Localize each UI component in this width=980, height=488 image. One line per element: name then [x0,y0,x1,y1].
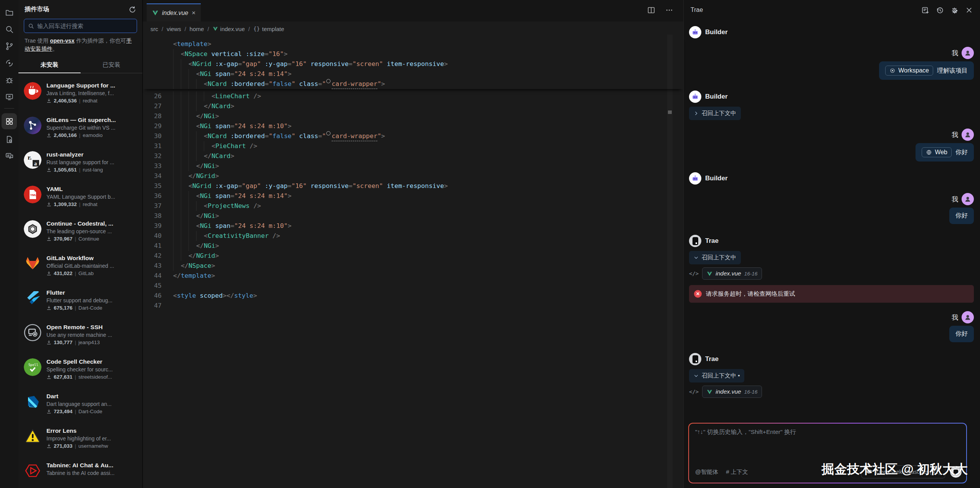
breadcrumb-item-indexvue[interactable]: index.vue [213,26,245,32]
extension-list-item[interactable]: SpellCode Spell CheckerSpelling checker … [18,354,142,388]
indent-guides [173,201,204,211]
user-message-text: 理解该项目 [937,67,968,75]
editor-scrollbar[interactable] [667,35,673,488]
breadcrumb-item-views[interactable]: views [167,26,181,32]
extension-list-item[interactable]: GitLab WorkflowOfficial GitLab-maintaine… [18,250,142,285]
agent-mention-button[interactable]: @智能体 [695,468,718,476]
code-line: 39<NGi span="24 s:24 m:10"> [143,221,683,231]
history-icon[interactable] [936,6,944,14]
scrollbar-thumb[interactable] [668,110,672,114]
code-line: <template> [143,39,683,49]
code-editor[interactable]: <template><NSpace vertical :size="16"><N… [143,36,683,311]
extensions-search-input[interactable] [37,23,133,29]
token: :x-gap [212,181,238,191]
download-count: 1,309,332 [54,201,77,207]
extension-title: Tabnine: AI Chat & Au... [46,462,137,469]
extension-description: Tabnine is the AI code assi... [46,470,137,476]
chat-input-box[interactable]: @智能体 # 上下文 DeepSeek-Reasoner (R1) [689,424,966,483]
manual-install-link[interactable]: open-vsx [50,38,74,44]
code-line: 36<NGi span="24 s:24 m:14"> [143,191,683,201]
flutter-extension-icon [24,289,41,307]
chat-input[interactable] [695,428,960,460]
extensions-tab-installed[interactable]: 已安装 [81,58,143,73]
token: " [322,131,326,141]
extension-info: Code Spell CheckerSpelling checker for s… [46,358,137,388]
explorer-icon[interactable] [2,4,17,21]
tab-index-vue[interactable]: index.vue × [147,3,201,21]
token: "24 s:24 m:14" [234,191,288,201]
user-bubble-row: Workspace理解该项目 [689,61,974,80]
stop-icon[interactable] [950,466,962,478]
extension-list-item[interactable]: FlutterFlutter support and debug...675,1… [18,285,142,319]
extension-list-item[interactable]: YMLYAMLYAML Language Support b...1,309,3… [18,181,142,216]
code-line: 30<NCard :bordered="false" class="card-w… [143,131,683,141]
indent-guides [173,79,204,89]
user-avatar [962,129,974,141]
token: = [318,79,322,89]
workspace-context-tag[interactable]: Workspace [885,66,933,76]
settings-icon[interactable] [950,6,959,14]
search-icon[interactable] [2,21,17,38]
extension-list-item[interactable]: Continue - Codestral, ...The leading ope… [18,216,142,250]
extensions-search-box[interactable] [24,19,137,33]
download-icon [46,98,51,103]
breadcrumb-item-template[interactable]: {}template [253,26,284,32]
code-line: 29<NGi span="24 s:24 m:10"> [143,121,683,131]
translate-chat-icon[interactable] [2,148,17,165]
token: > [215,241,219,251]
remote-explorer-icon[interactable] [2,54,17,71]
refresh-icon[interactable] [129,6,136,13]
breadcrumb-item-home[interactable]: home [190,26,204,32]
token: NGrid [192,59,212,69]
extension-list-item[interactable]: Language Support for ...Java Linting, In… [18,77,142,112]
new-chat-icon[interactable] [921,6,929,14]
token: > [253,291,257,301]
more-actions-icon[interactable] [665,6,673,14]
remote-window-icon[interactable] [2,88,17,105]
extensions-tab-not-installed[interactable]: 未安装 [18,58,81,73]
close-icon[interactable] [965,6,973,14]
model-selector[interactable]: DeepSeek-Reasoner (R1) [861,465,945,478]
split-editor-icon[interactable] [647,6,655,14]
line-number: 29 [143,121,162,131]
context-file-chip[interactable]: index.vue16-16 [702,267,762,280]
debug-icon[interactable] [2,71,17,88]
breadcrumb-separator: / [185,26,186,32]
context-recall-chip[interactable]: 召回上下文中 • [689,369,744,382]
token: NGrid [196,251,215,261]
download-count: 130,777 [54,340,73,345]
extension-list-item[interactable]: Error LensImprove highlighting of er...2… [18,423,142,457]
file-settings-icon[interactable] [2,131,17,148]
code-text: </template> [162,271,215,281]
extension-list-item[interactable]: Open Remote - SSHUse any remote machine … [18,319,142,354]
context-mention-button[interactable]: # 上下文 [726,468,748,476]
token: class [295,79,318,89]
agent-name: Trae [705,237,719,245]
code-text: <PieChart /> [162,141,257,151]
context-file-range: 16-16 [744,389,758,395]
download-count: 675,176 [54,305,73,311]
web-context-tag[interactable]: Web [922,147,952,157]
source-control-icon[interactable] [2,38,17,54]
token: NCard [208,131,227,141]
token: = [230,69,234,79]
user-message: 我Workspace理解该项目 [689,47,974,80]
token: = [238,181,242,191]
extensions-icon[interactable] [2,113,17,129]
breadcrumb-label: template [262,26,284,32]
extension-meta: 271,033|usernamehw [46,443,137,449]
code-line: 47 [143,301,683,311]
extension-list-item[interactable]: r.arust-analyzerRust language support fo… [18,147,142,181]
line-number: 44 [143,271,162,281]
token: "24 s:24 m:10" [234,121,288,131]
context-recall-chip[interactable]: 召回上下文中 [689,251,741,264]
token: </ [188,251,196,261]
extension-list-item[interactable]: DartDart language support an...723,494|D… [18,388,142,423]
extension-list-item[interactable]: Tabnine: AI Chat & Au...Tabnine is the A… [18,457,142,488]
context-recall-chip[interactable]: 召回上下文中 [689,107,741,120]
close-tab-icon[interactable]: × [192,10,196,16]
extension-list-item[interactable]: GitLens — Git superch...Supercharge Git … [18,112,142,147]
chat-panel-header: Trae [684,0,980,20]
breadcrumb-item-src[interactable]: src [150,26,158,32]
context-file-chip[interactable]: index.vue16-16 [702,386,762,398]
